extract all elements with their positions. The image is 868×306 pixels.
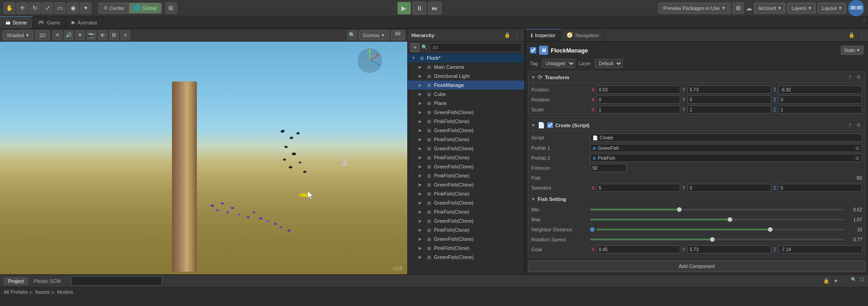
max-slider-track[interactable] [590,219,844,220]
list-item[interactable]: ▶⊞GreenFish(Clone) [408,126,525,135]
list-item[interactable]: ▶⊞PinkFish(Clone) [408,117,525,126]
list-item[interactable]: ▶⊞Main Camera [408,62,525,72]
project-lock-icon[interactable]: 🔒 [822,277,830,285]
pause-button[interactable]: ⏸ [413,2,426,14]
goal-y-input[interactable] [687,245,771,253]
script-settings-icon[interactable]: ⚙ [855,122,862,129]
list-item[interactable]: ▶⊞PinkFish(Clone) [408,225,525,234]
scale-x-input[interactable] [596,105,680,114]
search-scene-icon[interactable]: 🔍 [347,30,357,40]
inspector-menu-icon[interactable]: ⋮ [857,31,865,39]
preview-packages-button[interactable]: Preview Packages in Use ▼ [658,3,731,14]
list-item[interactable]: ▶⊞Directional Light [408,72,525,81]
project-favorites-icon[interactable]: ★ [832,277,840,285]
tab-animator[interactable]: ▶ Animator [66,16,103,29]
light-icon[interactable]: ☀ [52,30,62,40]
object-name-input[interactable] [551,47,838,54]
rot-x-input[interactable] [596,96,680,104]
transform-header[interactable]: ▼ ⟳ Transform ? ⚙ [529,72,865,83]
hierarchy-list[interactable]: ▼⊞Flock*▶⊞Main Camera▶⊞Directional Light… [408,53,525,274]
tab-inspector[interactable]: ℹ Inspector [525,29,561,41]
hierarchy-lock-icon[interactable]: 🔒 [503,31,511,39]
neighbor-track[interactable] [596,229,844,230]
list-item[interactable]: ▶⊞GreenFish(Clone) [408,144,525,153]
goal-x-input[interactable] [596,245,680,253]
pos-y-input[interactable] [687,86,771,94]
grid-icon[interactable]: ⊞ [109,30,119,40]
tab-project[interactable]: Project [4,277,28,285]
fish-setting-chevron-icon[interactable]: ▼ [531,197,535,201]
pos-z-input[interactable] [778,86,862,94]
play-button[interactable]: ▶ [397,2,411,14]
rotation-speed-track[interactable] [590,239,844,240]
list-item[interactable]: ▶⊞PinkFish(Clone) [408,171,525,180]
gizmos-button[interactable]: Gizmos ▼ [359,30,389,40]
2d-button[interactable]: 2D [35,30,50,40]
list-item[interactable]: ▶⊞PinkFish(Clone) [408,135,525,144]
project-search-input[interactable] [72,277,162,286]
script-help-icon[interactable]: ? [846,122,854,129]
neighbor-thumb[interactable] [768,227,773,232]
swim-x-input[interactable] [596,184,680,192]
hand-tool[interactable]: ✋ [4,2,15,14]
min-slider-thumb[interactable] [677,207,682,212]
tag-select[interactable]: Untagged [542,59,575,68]
scene-canvas[interactable]: Y Z ◁ Lit [0,42,407,274]
list-item[interactable]: ▶⊞FlockManage [408,81,525,90]
create-script-checkbox[interactable] [547,122,553,128]
static-button[interactable]: Static ▼ [841,46,863,55]
settings-icon[interactable]: ⚙ [732,2,744,14]
effects-icon[interactable]: ✦ [75,30,85,40]
num-icon[interactable]: 0 [120,30,130,40]
global-button[interactable]: 🌐 Global [129,3,162,14]
list-item[interactable]: ▼⊞Flock* [408,53,525,62]
list-item[interactable]: ▶⊞GreenFish(Clone) [408,198,525,207]
account-button[interactable]: Account ▼ [754,3,786,14]
list-item[interactable]: ▶⊞GreenFish(Clone) [408,234,525,244]
rotation-speed-thumb[interactable] [710,237,715,242]
transform-settings-icon[interactable]: ⚙ [855,74,862,81]
rotate-tool[interactable]: ↻ [29,2,41,14]
move-tool[interactable]: ✛ [16,2,28,14]
max-slider-thumb[interactable] [728,217,732,222]
rect-tool[interactable]: ▭ [54,2,66,14]
hierarchy-menu-icon[interactable]: ⋮ [513,31,521,39]
scale-y-input[interactable] [687,105,771,114]
custom-tool[interactable]: ✦ [80,2,91,14]
list-item[interactable]: ▶⊞PinkFish(Clone) [408,244,525,253]
center-button[interactable]: ⊙ Center [99,3,129,14]
layers-button[interactable]: Layers ▼ [787,3,816,14]
inspector-lock-icon[interactable]: 🔒 [848,31,856,39]
swim-z-input[interactable] [778,184,862,192]
rot-z-input[interactable] [778,96,862,104]
hide-icon[interactable]: 👁 [98,30,108,40]
bc-all-prefabs[interactable]: All Prefabs [4,289,28,295]
list-item[interactable]: ▶⊞PinkFish(Clone) [408,189,525,198]
prefab2-select-icon[interactable]: ⊙ [854,155,860,161]
pos-x-input[interactable] [596,86,680,94]
grid-tool[interactable]: ⊞ [165,2,177,14]
rot-y-input[interactable] [687,96,771,104]
tab-plastic[interactable]: Plastic SCM [29,277,65,285]
hierarchy-add-button[interactable]: + [410,43,420,52]
goal-z-input[interactable] [778,245,862,253]
list-item[interactable]: ▶⊞GreenFish(Clone) [408,108,525,117]
all-button[interactable]: All [391,30,405,40]
scale-tool[interactable]: ⤢ [42,2,53,14]
list-item[interactable]: ▶⊞PinkFish(Clone) [408,153,525,162]
add-component-button[interactable]: Add Component [528,260,865,272]
list-item[interactable]: ▶⊞GreenFish(Clone) [408,180,525,189]
tab-menu-icon[interactable]: ⋮ [860,16,868,24]
project-menu-icon[interactable]: ⋮ [841,277,849,285]
create-script-header[interactable]: ▼ 📄 Create (Script) ? ⚙ [529,120,865,131]
layout-button[interactable]: Layout ▼ [818,3,846,14]
object-active-checkbox[interactable] [530,47,536,53]
list-item[interactable]: ▶⊞GreenFish(Clone) [408,216,525,225]
shaded-button[interactable]: Shaded ▼ [3,30,33,40]
bc-models[interactable]: Models [57,289,73,295]
audio-icon[interactable]: 🔊 [64,30,74,40]
step-button[interactable]: ⏭ [428,2,442,14]
scene-camera-icon[interactable]: 📷 [86,30,96,40]
tab-game[interactable]: 🎮 Game [33,16,66,29]
transform-tool[interactable]: ◉ [67,2,79,14]
